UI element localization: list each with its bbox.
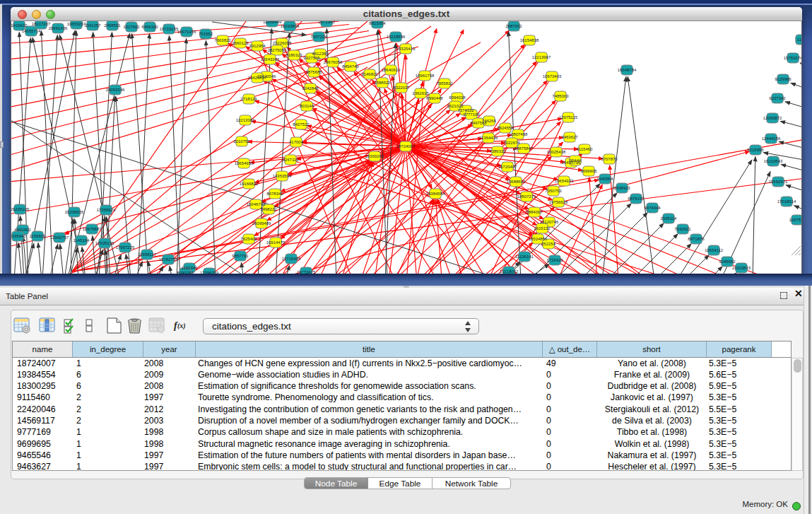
svg-text:9327505: 9327505 — [303, 56, 320, 60]
svg-text:10973403: 10973403 — [543, 74, 562, 78]
svg-text:11066449: 11066449 — [263, 21, 282, 24]
svg-text:2935114: 2935114 — [661, 216, 678, 221]
svg-text:3267110: 3267110 — [283, 158, 300, 162]
svg-text:6466160: 6466160 — [141, 25, 158, 29]
svg-text:(x): (x) — [177, 322, 186, 330]
svg-text:1640954: 1640954 — [596, 177, 613, 181]
svg-text:23676058: 23676058 — [324, 60, 343, 64]
svg-text:16543362: 16543362 — [261, 57, 280, 62]
svg-text:2458591: 2458591 — [104, 23, 121, 28]
svg-text:1117: 1117 — [797, 37, 801, 42]
svg-text:8322037: 8322037 — [393, 86, 410, 90]
svg-text:12942757: 12942757 — [50, 235, 69, 240]
svg-text:746266: 746266 — [482, 119, 497, 123]
svg-text:8427512: 8427512 — [293, 122, 310, 127]
svg-text:18807279: 18807279 — [517, 194, 536, 199]
svg-text:14055714: 14055714 — [22, 29, 41, 33]
svg-text:96444: 96444 — [570, 158, 582, 163]
svg-text:4335942: 4335942 — [11, 234, 26, 238]
svg-text:19756928: 19756928 — [549, 200, 568, 204]
svg-text:17359924: 17359924 — [97, 208, 116, 212]
svg-text:3498222: 3498222 — [260, 207, 277, 211]
svg-text:8813054: 8813054 — [369, 21, 386, 25]
svg-text:13325419: 13325419 — [396, 47, 416, 51]
svg-text:12213967: 12213967 — [532, 55, 551, 59]
svg-text:20206505: 20206505 — [65, 210, 84, 214]
svg-text:18875847: 18875847 — [514, 146, 534, 151]
svg-text:2718129: 2718129 — [240, 97, 257, 101]
svg-text:5938923: 5938923 — [613, 186, 630, 190]
svg-text:12444156: 12444156 — [762, 136, 781, 141]
svg-text:6994028: 6994028 — [449, 95, 466, 100]
svg-text:7632621: 7632621 — [674, 227, 691, 231]
svg-text:15692971: 15692971 — [769, 180, 788, 184]
svg-text:7485003: 7485003 — [552, 94, 569, 98]
svg-text:1192346: 1192346 — [182, 266, 199, 270]
svg-text:11136141: 11136141 — [515, 255, 534, 259]
svg-text:16782759: 16782759 — [159, 257, 178, 262]
svg-text:1010752: 1010752 — [233, 139, 250, 144]
svg-text:1156829: 1156829 — [30, 234, 47, 238]
svg-text:9242848: 9242848 — [302, 86, 319, 90]
svg-text:8678342: 8678342 — [266, 192, 283, 196]
svg-text:9699695: 9699695 — [580, 169, 597, 173]
svg-text:26206105: 26206105 — [11, 207, 30, 211]
svg-text:10807488: 10807488 — [509, 132, 528, 136]
svg-text:17016514: 17016514 — [777, 199, 796, 204]
svg-text:19323815: 19323815 — [732, 266, 751, 270]
svg-text:1615132: 1615132 — [534, 226, 551, 230]
svg-text:10046798: 10046798 — [247, 202, 266, 206]
svg-text:9129966: 9129966 — [775, 77, 792, 81]
svg-text:252254: 252254 — [541, 242, 556, 246]
svg-text:15751074: 15751074 — [784, 56, 801, 60]
svg-text:1419610: 1419610 — [11, 23, 28, 28]
svg-text:9884067: 9884067 — [526, 210, 543, 214]
svg-text:7386322: 7386322 — [489, 149, 506, 153]
svg-text:16120746: 16120746 — [540, 220, 559, 224]
svg-text:16671355: 16671355 — [177, 30, 196, 34]
svg-text:1167533: 1167533 — [789, 218, 801, 222]
svg-text:3875685: 3875685 — [305, 70, 322, 74]
svg-text:10025438: 10025438 — [547, 150, 566, 154]
svg-text:3624554: 3624554 — [497, 126, 514, 130]
svg-text:9245652: 9245652 — [719, 259, 736, 264]
svg-text:17957225: 17957225 — [116, 245, 135, 250]
svg-text:29053346: 29053346 — [106, 88, 125, 92]
svg-text:25300265: 25300265 — [365, 154, 384, 158]
svg-text:16914479: 16914479 — [266, 240, 286, 245]
svg-text:8215955: 8215955 — [747, 148, 764, 152]
svg-text:2887652: 2887652 — [505, 24, 522, 28]
svg-text:16524851: 16524851 — [529, 237, 548, 241]
svg-text:14353594: 14353594 — [273, 174, 292, 178]
svg-text:7663822: 7663822 — [214, 38, 231, 42]
svg-text:9146821: 9146821 — [361, 72, 378, 76]
svg-text:19654923: 19654923 — [555, 179, 574, 183]
svg-text:9777169: 9777169 — [463, 112, 480, 117]
svg-text:19166822: 19166822 — [240, 182, 259, 186]
svg-text:9857791: 9857791 — [232, 254, 249, 258]
svg-text:1145194: 1145194 — [73, 238, 90, 243]
svg-text:16961758: 16961758 — [416, 74, 435, 78]
svg-text:15720407: 15720407 — [498, 165, 517, 169]
svg-text:19384554: 19384554 — [426, 192, 445, 196]
svg-text:1588520: 1588520 — [374, 81, 391, 85]
svg-text:23226058: 23226058 — [273, 41, 292, 45]
svg-text:7022674: 7022674 — [503, 141, 520, 145]
svg-text:8707870: 8707870 — [601, 157, 618, 161]
svg-text:1527602: 1527602 — [123, 25, 140, 29]
svg-text:19218596: 19218596 — [387, 35, 406, 39]
svg-text:10975887: 10975887 — [83, 227, 102, 231]
svg-text:13429607: 13429607 — [248, 76, 267, 80]
svg-text:7955812: 7955812 — [436, 81, 453, 86]
svg-text:10653267: 10653267 — [67, 22, 86, 26]
svg-text:7625402: 7625402 — [240, 237, 257, 241]
svg-text:1362615: 1362615 — [412, 91, 429, 95]
svg-text:3660123: 3660123 — [232, 41, 249, 45]
svg-text:10719155: 10719155 — [160, 27, 179, 31]
svg-text:417004: 417004 — [289, 140, 304, 144]
svg-text:16648784: 16648784 — [618, 68, 637, 72]
svg-text:10958117: 10958117 — [138, 252, 157, 257]
svg-text:28275050: 28275050 — [268, 48, 287, 52]
svg-text:6879197: 6879197 — [628, 197, 645, 201]
svg-text:8186323: 8186323 — [286, 53, 302, 57]
